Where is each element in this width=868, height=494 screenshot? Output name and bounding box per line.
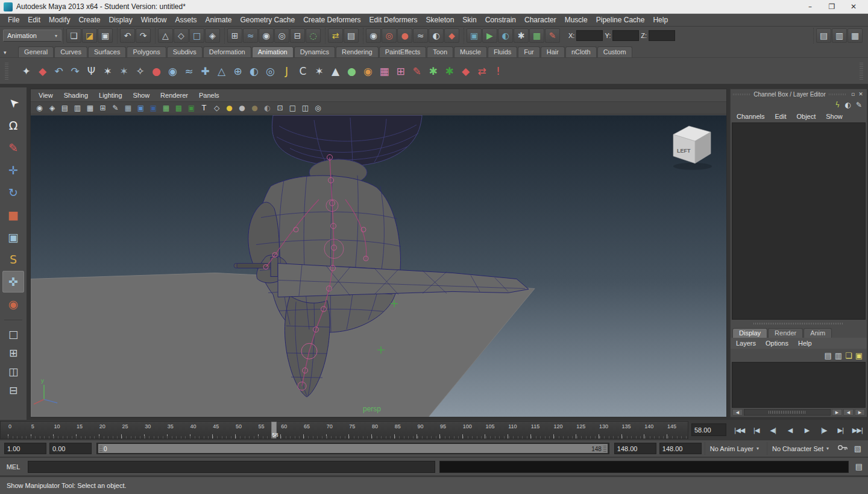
character-mesh-icon[interactable]: ✧ [132, 60, 148, 82]
current-time-input[interactable] [691, 423, 726, 436]
auto-keyframe-toggle-icon[interactable] [837, 443, 849, 454]
menu-item[interactable]: Constrain [481, 14, 520, 27]
shelf-right-grip[interactable] [860, 63, 863, 80]
panel-menu-item[interactable]: Lighting [93, 92, 128, 99]
redo-icon[interactable]: ↷ [136, 28, 151, 43]
shelf-tab[interactable]: Polygons [127, 46, 166, 57]
motion-path-icon[interactable]: ↶ [51, 60, 67, 82]
copy-skin-weights-icon[interactable]: ⇄ [474, 60, 490, 82]
shelf-tab[interactable]: Rendering [336, 46, 379, 57]
title-bar[interactable]: Autodesk Maya 2013 x64 - Student Version… [0, 0, 868, 14]
select-deformers-mask-icon[interactable]: ◆ [444, 28, 459, 43]
shelf-tab[interactable]: Dynamics [294, 46, 335, 57]
play-forwards-button[interactable]: ▶ [799, 423, 814, 437]
open-scene-icon[interactable]: ◪ [82, 28, 97, 43]
layer-editor-tab[interactable]: Anim [804, 328, 832, 338]
textured-mode-icon[interactable]: ● [236, 103, 248, 113]
image-plane-icon[interactable]: ▦ [84, 103, 96, 113]
undo-icon[interactable]: ↶ [120, 28, 135, 43]
prune-weights-icon[interactable]: ! [490, 60, 506, 82]
move-tool-icon[interactable]: ✛ [2, 159, 24, 181]
shelf-tab[interactable]: Fur [518, 46, 540, 57]
layer-editor-menu-item[interactable]: Options [766, 340, 788, 347]
smooth-shade-icon[interactable]: ● [224, 103, 235, 113]
render-current-frame-icon[interactable]: ▶ [482, 28, 497, 43]
shelf-tab[interactable]: PaintEffects [379, 46, 427, 57]
isolate-select-icon[interactable]: ⊡ [274, 103, 286, 113]
persp-outliner-layout-icon[interactable]: ◫ [3, 362, 24, 381]
go-to-end-button[interactable]: ▶▶| [850, 423, 865, 437]
soft-modification-icon[interactable]: S [2, 249, 24, 270]
menu-item[interactable]: Edit Deformers [365, 14, 422, 27]
panel-splitter[interactable] [731, 321, 867, 326]
select-by-component-type-icon[interactable]: □ [189, 28, 204, 43]
channel-box-menu-item[interactable]: Channels [737, 113, 764, 120]
panel-menu-item[interactable]: View [33, 92, 58, 99]
menu-item[interactable]: Assets [171, 14, 201, 27]
universal-manipulator-icon[interactable]: ▣ [2, 226, 24, 248]
layer-editor-tab[interactable]: Display [732, 328, 767, 338]
head-target-icon[interactable]: ● [344, 60, 360, 82]
new-scene-icon[interactable]: ❏ [66, 28, 81, 43]
paint-selection-tool-icon[interactable]: ✎ [2, 137, 24, 159]
z-coordinate-input[interactable] [649, 30, 675, 41]
open-render-view-icon[interactable]: ▣ [467, 28, 482, 43]
layers-sort-icon[interactable]: ▥ [835, 351, 842, 360]
layer-editor-tab[interactable]: Render [768, 328, 803, 338]
layer-editor-menu-item[interactable]: Help [798, 340, 812, 347]
set-key-icon[interactable]: ◆ [34, 60, 51, 82]
channel-box-menu-item[interactable]: Edit [775, 113, 786, 120]
panel-drag-grip[interactable] [733, 93, 750, 95]
list-input-operations-icon[interactable]: ▤ [344, 28, 359, 43]
snap-to-points-icon[interactable]: ◉ [259, 28, 274, 43]
menu-item[interactable]: File [4, 14, 24, 27]
xray-icon[interactable]: □ [287, 103, 298, 113]
ik-handle-tool-icon[interactable]: ◉ [165, 60, 181, 82]
toggle-tool-settings-icon[interactable]: ▥ [832, 28, 847, 43]
gate-mask-icon[interactable]: ▦ [160, 103, 172, 113]
blend-shape-icon[interactable]: ▦ [376, 60, 392, 82]
menu-item[interactable]: Create [74, 14, 104, 27]
close-button[interactable]: ✕ [843, 0, 864, 13]
field-chart-icon[interactable]: ▩ [173, 103, 184, 113]
interactive-bind-icon[interactable]: ✱ [441, 60, 458, 82]
render-settings-icon[interactable]: ✱ [514, 28, 529, 43]
menu-item[interactable]: Animate [201, 14, 236, 27]
film-gate-icon[interactable]: ▣ [135, 103, 146, 113]
panel-menu-item[interactable]: Show [128, 92, 156, 99]
camera-attributes-icon[interactable]: ▤ [59, 103, 71, 113]
menu-item[interactable]: Muscle [561, 14, 592, 27]
select-curves-mask-icon[interactable]: ≈ [413, 28, 428, 43]
last-tool-icon[interactable]: ◉ [2, 293, 24, 315]
close-panel-icon[interactable]: ✕ [857, 91, 864, 97]
menu-item[interactable]: Create Deformers [299, 14, 365, 27]
character-group-icon[interactable]: ✶ [311, 60, 327, 82]
2d-pan-zoom-icon[interactable]: ⊞ [97, 103, 108, 113]
foot-roll-icon[interactable]: ▲ [327, 60, 344, 82]
channel-box-header[interactable]: Channel Box / Layer Editor ▫✕ [731, 89, 867, 99]
shelf-tab[interactable]: Subdivs [167, 46, 203, 57]
page-left-button[interactable]: ◀ [843, 409, 854, 416]
x-coordinate-input[interactable] [576, 30, 603, 41]
shelf-tab[interactable]: Muscle [454, 46, 487, 57]
motion-trail-icon[interactable]: ↷ [67, 60, 83, 82]
toggle-attribute-editor-icon[interactable]: ▤ [816, 28, 831, 43]
wireframe-mode-icon[interactable]: ◇ [211, 103, 222, 113]
layers-stack-icon[interactable]: ▤ [824, 351, 831, 360]
scroll-left-button[interactable]: ◀ [732, 409, 743, 416]
lock-camera-icon[interactable]: ◈ [46, 103, 58, 113]
skeleton-chain-icon[interactable]: Ψ [83, 60, 99, 82]
grease-pencil-icon[interactable]: ✎ [110, 103, 121, 113]
playback-start-input[interactable] [49, 443, 92, 454]
snap-to-curves-icon[interactable]: ≈ [243, 28, 258, 43]
select-joints-mask-icon[interactable]: ● [397, 28, 412, 43]
bookmarks-icon[interactable]: ▥ [72, 103, 83, 113]
shelf-tab[interactable]: nCloth [565, 46, 597, 57]
channel-manipulators-icon[interactable]: ϟ [835, 101, 840, 109]
rotate-tool-icon[interactable]: ↻ [2, 182, 24, 203]
highlight-selection-mode-icon[interactable]: ◈ [205, 28, 220, 43]
snap-to-grids-icon[interactable]: ⊞ [227, 28, 242, 43]
shelf-tab[interactable]: Hair [541, 46, 565, 57]
character-set-icon[interactable]: ✦ [18, 60, 34, 82]
toggle-channel-box-icon[interactable]: ▦ [848, 28, 863, 43]
